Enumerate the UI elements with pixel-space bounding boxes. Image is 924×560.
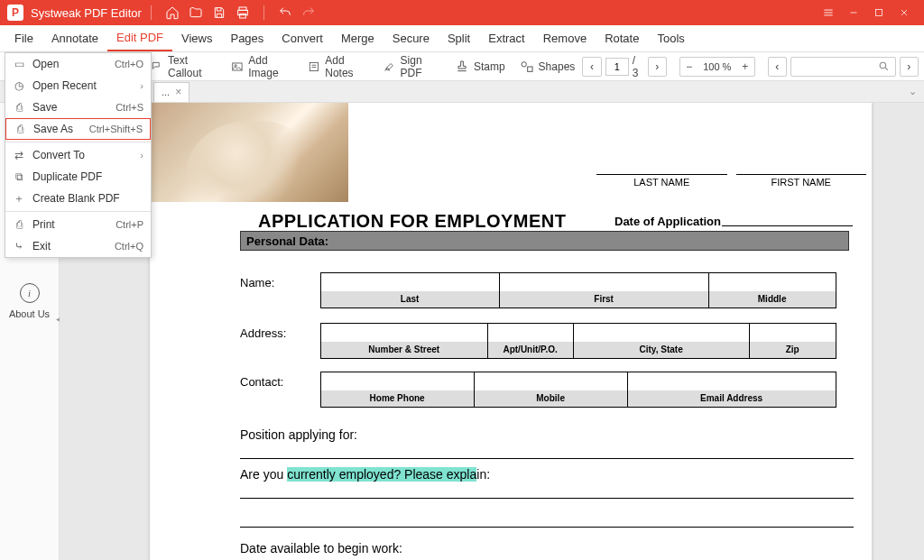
form-title: APPLICATION FOR EMPLOYMENT [258,211,567,232]
svg-rect-2 [239,14,245,18]
search-box[interactable] [790,57,896,77]
col-first: First [500,291,709,308]
menu-remove[interactable]: Remove [534,26,596,50]
document-viewport: LAST NAMEFIRST NAME APPLICATION FOR EMPL… [60,103,924,560]
page-total: / 3 [633,54,644,79]
contact-mobile-input[interactable] [475,372,628,390]
open-folder-icon[interactable] [187,4,205,22]
menu-create-blank[interactable]: ＋Create Blank PDF [5,188,151,209]
menu-annotate[interactable]: Annotate [42,26,107,50]
col-city: City, State [574,342,750,358]
date-field[interactable] [722,225,853,226]
address-row-label: Address: [240,323,317,340]
menu-open[interactable]: ▭OpenCtrl+O [5,53,151,75]
document-tab[interactable]: ... × [153,82,189,102]
q-employed-line2[interactable] [240,527,854,528]
hamburger-icon[interactable] [816,0,841,25]
menu-pages[interactable]: Pages [221,26,273,50]
file-menu-dropdown: ▭OpenCtrl+O ◷Open Recent› ⎙SaveCtrl+S ⎙S… [5,52,152,258]
contact-row-label: Contact: [240,372,317,389]
menu-secure[interactable]: Secure [383,26,439,50]
print-icon[interactable] [234,4,252,22]
zoom-out-button[interactable]: − [680,60,698,73]
q-date-available: Date available to begin work: [240,541,402,555]
first-name-field[interactable] [736,155,867,175]
menu-extract[interactable]: Extract [479,26,533,50]
col-home: Home Phone [321,390,475,407]
tool-add-notes[interactable]: Add Notes [300,50,375,83]
menu-rotate[interactable]: Rotate [596,26,648,50]
about-label: About Us [9,308,50,319]
menu-bar: File Annotate Edit PDF Views Pages Conve… [0,25,924,52]
menu-split[interactable]: Split [439,26,479,50]
undo-icon[interactable] [276,4,294,22]
col-last: Last [321,291,500,308]
history-back-button[interactable]: ‹ [768,57,787,77]
about-icon[interactable]: i [20,283,40,303]
menu-merge[interactable]: Merge [332,26,383,50]
menu-exit[interactable]: ⤷ExitCtrl+Q [5,235,151,257]
page-number-input[interactable] [605,58,629,76]
page-navigation: ‹ / 3 › − 100 % + ‹ › [582,54,919,79]
addr-zip-input[interactable] [750,324,836,342]
contact-email-input[interactable] [628,372,836,390]
document-photo [150,103,348,202]
svg-rect-6 [310,62,319,70]
home-icon[interactable] [163,4,181,22]
last-name-label: LAST NAME [596,177,727,188]
tool-stamp[interactable]: Stamp [448,56,513,78]
save-icon[interactable] [210,4,228,22]
addr-city-input[interactable] [574,324,750,342]
q-position-line[interactable] [240,458,854,459]
col-middle: Middle [709,291,836,308]
name-middle-input[interactable] [709,273,836,291]
addr-street-input[interactable] [321,324,488,342]
tool-add-image[interactable]: Add Image [224,50,300,83]
zoom-in-button[interactable]: + [736,60,754,73]
menu-file[interactable]: File [5,26,42,50]
tab-overflow-icon[interactable]: ⌄ [909,86,917,97]
maximize-button[interactable] [866,0,892,25]
q-employed-line[interactable] [240,498,854,499]
q-employed: Are you currently employed? Please expla… [240,467,490,482]
next-page-button[interactable]: › [648,57,667,77]
section-header: Personal Data: [240,231,849,251]
pdf-page: LAST NAMEFIRST NAME APPLICATION FOR EMPL… [150,103,872,560]
name-first-input[interactable] [500,273,709,291]
menu-save-as[interactable]: ⎙Save AsCtrl+Shift+S [5,118,151,140]
app-logo: P [7,5,23,21]
col-apt: Apt/Unit/P.O. [488,342,574,358]
minimize-button[interactable] [841,0,866,25]
prev-page-button[interactable]: ‹ [582,57,601,77]
tool-text-callout[interactable]: Text Callout [143,50,224,83]
highlighted-text: currently employed? Please expla [287,467,476,482]
menu-tools[interactable]: Tools [648,26,693,50]
menu-save[interactable]: ⎙SaveCtrl+S [5,96,151,118]
menu-views[interactable]: Views [172,26,221,50]
redo-icon[interactable] [300,4,318,22]
name-fields: LAST NAMEFIRST NAME [596,155,866,188]
svg-point-9 [880,62,886,69]
last-name-field[interactable] [596,155,727,175]
tool-sign-pdf[interactable]: Sign PDF [376,50,448,83]
menu-edit-pdf[interactable]: Edit PDF [107,25,172,51]
history-forward-button[interactable]: › [900,57,919,77]
menu-duplicate[interactable]: ⧉Duplicate PDF [5,166,151,188]
contact-home-input[interactable] [321,372,475,390]
app-title: Systweak PDF Editor [31,6,142,20]
name-last-input[interactable] [321,273,500,291]
tab-close-icon[interactable]: × [175,86,181,98]
addr-apt-input[interactable] [488,324,574,342]
col-mobile: Mobile [475,390,628,407]
menu-convert[interactable]: Convert [273,26,332,50]
tool-shapes[interactable]: Shapes [513,56,583,78]
name-row-label: Name: [240,272,317,289]
col-email: Email Address [628,390,836,407]
close-button[interactable] [892,0,917,25]
title-bar: P Systweak PDF Editor [0,0,924,25]
col-zip: Zip [750,342,836,358]
tab-label: ... [162,87,170,97]
menu-open-recent[interactable]: ◷Open Recent› [5,75,151,96]
menu-convert-to[interactable]: ⇄Convert To› [5,144,151,166]
menu-print[interactable]: ⎙PrintCtrl+P [5,214,151,235]
